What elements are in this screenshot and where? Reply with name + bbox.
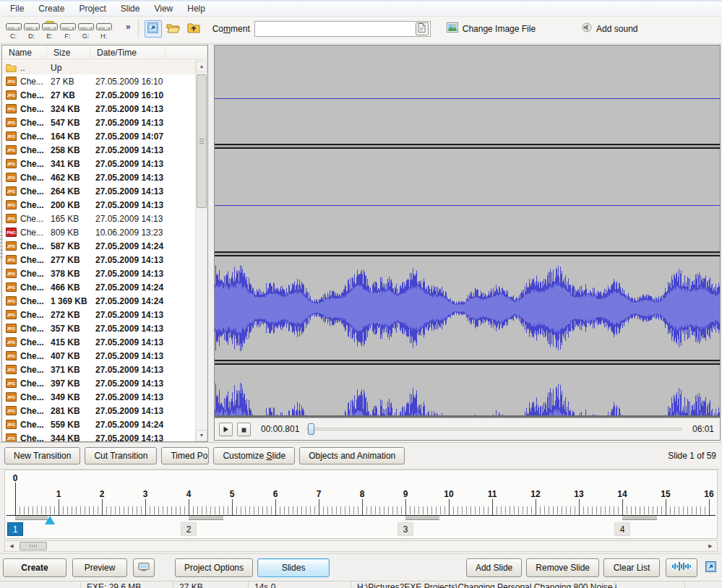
file-row[interactable]: JPGChe...397 KB27.05.2009 14:13 — [2, 376, 195, 390]
column-header-name[interactable]: Name — [2, 46, 47, 59]
file-row[interactable]: JPGChe...324 KB27.05.2009 14:13 — [2, 102, 195, 116]
file-row[interactable]: JPGChe...466 KB27.05.2009 14:24 — [2, 280, 195, 294]
column-header-size[interactable]: Size — [47, 46, 90, 59]
panel-splitter[interactable] — [209, 45, 214, 442]
file-row[interactable]: JPGChe...27 KB27.05.2009 16:10 — [2, 74, 195, 88]
transition-duration-bar — [622, 516, 657, 520]
file-row[interactable]: JPGChe...341 KB27.05.2009 14:13 — [2, 157, 195, 170]
drive-button[interactable]: F: — [59, 21, 77, 40]
file-row[interactable]: JPGChe...349 KB27.05.2009 14:13 — [2, 390, 195, 404]
scroll-down-arrow-icon[interactable]: ▼ — [196, 430, 207, 441]
play-button[interactable] — [219, 423, 233, 436]
seek-slider[interactable] — [306, 423, 682, 435]
status-segment: EXE: 29.6 MB — [81, 581, 173, 588]
panel-grip[interactable] — [0, 231, 3, 260]
waveform-canvas-partial[interactable] — [215, 365, 720, 415]
customize-slide-button[interactable]: Customize Slide — [213, 447, 295, 464]
create-button[interactable]: Create — [3, 558, 66, 577]
browse-folder-button[interactable] — [165, 20, 182, 38]
file-row[interactable]: JPGChe...587 KB27.05.2009 14:24 — [2, 239, 195, 253]
timeline-playhead[interactable] — [45, 516, 55, 524]
scrollbar-thumb[interactable] — [197, 74, 207, 208]
file-row[interactable]: JPGChe...164 KB27.05.2009 14:07 — [2, 129, 195, 143]
drive-button[interactable]: D: — [22, 21, 40, 40]
audio-track-1[interactable] — [215, 46, 720, 144]
track-centerline — [215, 98, 720, 99]
file-list-scrollbar[interactable]: ▲ ▼ — [195, 61, 207, 441]
menu-project[interactable]: Project — [72, 2, 113, 15]
file-row[interactable]: JPGChe...378 KB27.05.2009 14:13 — [2, 267, 195, 280]
timeline-view-button[interactable] — [666, 558, 697, 577]
comment-input[interactable] — [254, 21, 431, 37]
ruler-major-tick — [536, 499, 536, 515]
toolbar-overflow-chevron[interactable]: » — [126, 22, 131, 32]
file-row[interactable]: JPGChe...357 KB27.05.2009 14:13 — [2, 321, 195, 335]
slide-marker-2[interactable]: 2 — [181, 522, 197, 536]
file-row[interactable]: JPGChe...27 KB27.05.2009 16:10 — [2, 88, 195, 102]
file-row[interactable]: JPGChe...200 KB27.05.2009 14:13 — [2, 198, 195, 212]
up-row[interactable]: .. Up — [2, 61, 195, 74]
menu-file[interactable]: File — [3, 2, 31, 15]
file-row[interactable]: JPGChe...258 KB27.05.2009 14:13 — [2, 143, 195, 157]
expand-window-icon — [147, 22, 159, 36]
slide-marker-4[interactable]: 4 — [614, 522, 630, 536]
column-header-datetime[interactable]: Date/Time — [90, 46, 166, 59]
waveform-canvas-main[interactable] — [215, 256, 720, 360]
file-row[interactable]: JPGChe...277 KB27.05.2009 14:13 — [2, 253, 195, 267]
total-time: 06:01 — [692, 424, 714, 434]
clear-list-button[interactable]: Clear List — [603, 558, 660, 577]
slide-marker-3[interactable]: 3 — [397, 522, 413, 536]
menu-help[interactable]: Help — [180, 2, 212, 15]
objects-and-animation-button[interactable]: Objects and Animation — [299, 447, 405, 464]
preview-button[interactable]: Preview — [72, 558, 127, 577]
remove-slide-button[interactable]: Remove Slide — [526, 558, 599, 577]
menu-view[interactable]: View — [147, 2, 180, 15]
file-row[interactable]: JPGChe...462 KB27.05.2009 14:13 — [2, 170, 195, 184]
slider-thumb[interactable] — [308, 423, 314, 435]
slide-marker-1[interactable]: 1 — [7, 522, 23, 536]
audio-track-4-waveform[interactable] — [215, 365, 720, 415]
cut-transition-button[interactable]: Cut Transition — [85, 447, 157, 464]
fullscreen-toggle-button[interactable] — [145, 20, 162, 38]
file-row[interactable]: JPGChe...272 KB27.05.2009 14:13 — [2, 308, 195, 321]
add-slide-button[interactable]: Add Slide — [466, 558, 522, 577]
file-row[interactable]: JPGChe...407 KB27.05.2009 14:13 — [2, 349, 195, 363]
file-row[interactable]: JPGChe...1 369 KB27.05.2009 14:24 — [2, 294, 195, 308]
fullscreen-button[interactable] — [702, 559, 719, 576]
audio-track-3-waveform[interactable] — [215, 256, 720, 360]
drive-button[interactable]: G: — [77, 21, 95, 40]
ruler-label: 3 — [137, 489, 154, 499]
file-row[interactable]: JPGChe...547 KB27.05.2009 14:13 — [2, 116, 195, 129]
slides-button[interactable]: Slides — [257, 558, 330, 577]
scroll-left-arrow-icon[interactable]: ◀ — [6, 541, 17, 551]
stop-button[interactable] — [237, 423, 251, 436]
folder-up-button[interactable] — [185, 20, 202, 38]
audio-track-2[interactable] — [215, 149, 720, 251]
drive-button[interactable]: E: — [40, 21, 59, 40]
project-options-button[interactable]: Project Options — [175, 558, 253, 577]
file-row[interactable]: PNGChe...809 KB10.06.2009 13:23 — [2, 225, 195, 239]
file-row[interactable]: JPGChe...281 KB27.05.2009 14:13 — [2, 404, 195, 418]
drive-button[interactable]: H: — [95, 21, 113, 40]
slider-track[interactable] — [306, 428, 682, 431]
file-row[interactable]: JPGChe...415 KB27.05.2009 14:13 — [2, 335, 195, 349]
file-row[interactable]: JPGChe...559 KB27.05.2009 14:24 — [2, 418, 195, 431]
file-row[interactable]: JPGChe...344 KB27.05.2009 14:13 — [2, 431, 195, 441]
new-transition-button[interactable]: New Transition — [4, 447, 80, 464]
change-image-file-button[interactable]: Change Image File — [447, 22, 536, 35]
file-row[interactable]: JPGChe...264 KB27.05.2009 14:13 — [2, 184, 195, 198]
drive-button[interactable]: C: — [4, 21, 22, 40]
menu-slide[interactable]: Slide — [113, 2, 147, 15]
timeline-scrollbar[interactable]: ◀ ▶ — [4, 540, 718, 552]
scroll-right-arrow-icon[interactable]: ▶ — [705, 541, 716, 551]
timed-points-button[interactable]: Timed Po — [161, 447, 209, 464]
track-separator — [215, 144, 720, 149]
menu-create[interactable]: Create — [31, 2, 72, 15]
file-row[interactable]: JPGChe...371 KB27.05.2009 14:13 — [2, 363, 195, 376]
file-row[interactable]: JPGChe...165 KB27.05.2009 14:13 — [2, 212, 195, 225]
timeline-scrollbar-thumb[interactable] — [20, 542, 47, 550]
scroll-up-arrow-icon[interactable]: ▲ — [196, 61, 207, 72]
quick-preview-button[interactable] — [133, 558, 155, 577]
add-sound-button[interactable]: Add sound — [582, 22, 637, 35]
comment-edit-button[interactable] — [416, 22, 429, 35]
